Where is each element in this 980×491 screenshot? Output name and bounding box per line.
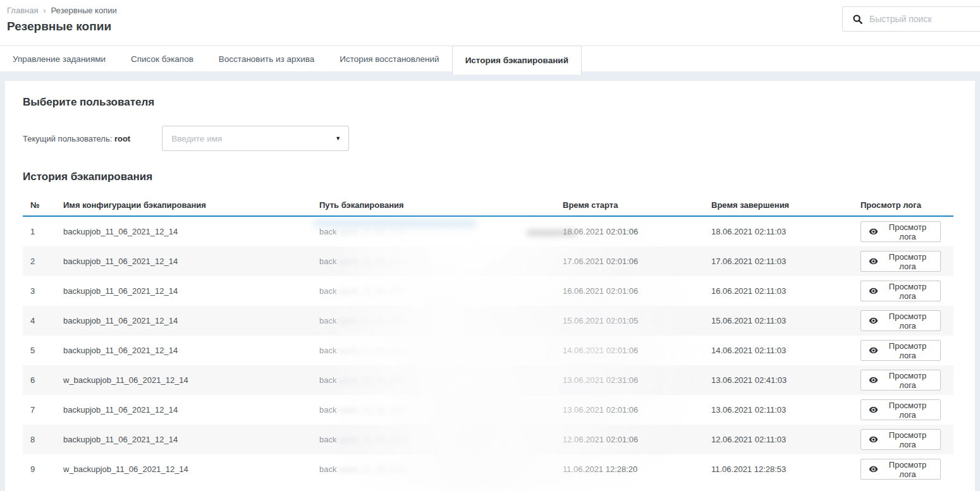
end-time: 14.06.2021 02:11:03: [704, 346, 852, 355]
start-time: 12.06.2021 02:01:06: [555, 435, 704, 444]
row-number: 1: [23, 227, 56, 236]
backup-config-name: backupjob_11_06_2021_12_14: [56, 435, 312, 444]
end-time: 13.06.2021 02:41:03: [704, 375, 852, 385]
start-time: 13.06.2021 02:31:06: [555, 375, 704, 385]
view-log-button[interactable]: Просмотр лога: [861, 310, 941, 331]
backup-history-table: № Имя конфигурации бэкапирования Путь бэ…: [23, 194, 953, 484]
quick-search-box[interactable]: Быстрый поиск: [842, 6, 980, 32]
log-cell: Просмотр лога: [852, 340, 953, 361]
start-time: 16.06.2021 02:01:06: [555, 286, 704, 296]
table-header-row: № Имя конфигурации бэкапирования Путь бэ…: [23, 194, 953, 217]
backup-config-name: backupjob_11_06_2021_12_14: [56, 257, 312, 266]
backup-path-redacted: backupjob_11_06_2021: [312, 227, 555, 236]
log-cell: Просмотр лога: [852, 281, 953, 301]
view-log-button[interactable]: Просмотр лога: [861, 251, 941, 272]
backup-path-redacted: backupjob_11_06_2021: [312, 464, 555, 474]
table-row: 6 w_backupjob_11_06_2021_12_14 backupjob…: [23, 365, 953, 395]
end-time: 16.06.2021 02:11:03: [704, 286, 852, 296]
view-log-button[interactable]: Просмотр лога: [861, 399, 941, 420]
end-time: 11.06.2021 12:28:53: [704, 464, 852, 474]
backup-path-redacted: backupjob_11_06_2021: [312, 286, 555, 296]
backup-path-redacted: backupjob_11_06_2021: [312, 257, 555, 266]
eye-icon: [869, 316, 878, 325]
view-log-button[interactable]: Просмотр лога: [861, 221, 941, 242]
col-header-end: Время завершения: [704, 200, 852, 210]
backup-config-name: w_backupjob_11_06_2021_12_14: [56, 375, 312, 385]
backup-config-name: backupjob_11_06_2021_12_14: [56, 405, 312, 415]
user-select-dropdown[interactable]: Введите имя ▼: [162, 126, 349, 151]
table-row: 1 backupjob_11_06_2021_12_14 backupjob_1…: [23, 217, 953, 246]
view-log-button[interactable]: Просмотр лога: [861, 459, 941, 480]
backup-path-redacted: backupjob_11_06_2021: [312, 316, 555, 325]
table-row: 9 w_backupjob_11_06_2021_12_14 backupjob…: [23, 454, 953, 484]
eye-icon: [869, 464, 878, 474]
backup-history-heading: История бэкапирования: [23, 171, 962, 183]
view-log-button[interactable]: Просмотр лога: [861, 340, 941, 361]
table-row: 4 backupjob_11_06_2021_12_14 backupjob_1…: [23, 306, 953, 336]
table-row: 8 backupjob_11_06_2021_12_14 backupjob_1…: [23, 425, 953, 454]
row-number: 5: [23, 346, 56, 355]
select-user-heading: Выберите пользователя: [23, 96, 962, 109]
breadcrumb-separator-icon: ›: [43, 6, 46, 15]
current-user-value: root: [114, 134, 130, 143]
end-time: 12.06.2021 02:11:03: [704, 435, 852, 444]
log-cell: Просмотр лога: [852, 370, 953, 391]
table-row: 5 backupjob_11_06_2021_12_14 backupjob_1…: [23, 336, 953, 365]
search-input[interactable]: Быстрый поиск: [869, 14, 932, 24]
tab-restore-history[interactable]: История восстановлений: [327, 46, 451, 71]
end-time: 18.06.2021 02:11:03: [704, 227, 852, 236]
backup-config-name: w_backupjob_11_06_2021_12_14: [56, 464, 312, 474]
row-number: 6: [23, 375, 56, 385]
breadcrumb: Главная › Резервные копии: [7, 6, 980, 15]
log-cell: Просмотр лога: [852, 459, 953, 480]
view-log-button[interactable]: Просмотр лога: [861, 370, 941, 391]
start-time: 13.06.2021 02:01:06: [555, 405, 704, 415]
breadcrumb-current: Резервные копии: [51, 6, 116, 15]
view-log-button[interactable]: Просмотр лога: [861, 429, 941, 450]
col-header-path: Путь бэкапирования: [312, 200, 555, 210]
row-number: 2: [23, 257, 56, 266]
table-row: 3 backupjob_11_06_2021_12_14 backupjob_1…: [23, 276, 953, 306]
view-log-button[interactable]: Просмотр лога: [861, 281, 941, 301]
col-header-log: Просмотр лога: [852, 200, 953, 210]
log-cell: Просмотр лога: [852, 310, 953, 331]
tab-backup-list[interactable]: Список бэкапов: [118, 46, 206, 71]
col-header-name: Имя конфигурации бэкапирования: [56, 200, 312, 210]
backup-path-redacted: backupjob_11_06_2021: [312, 375, 555, 385]
backup-config-name: backupjob_11_06_2021_12_14: [56, 227, 312, 236]
backup-path-redacted: backupjob_11_06_2021: [312, 405, 555, 415]
backup-path-redacted: backupjob_11_06_2021: [312, 346, 555, 355]
breadcrumb-home-link[interactable]: Главная: [7, 6, 38, 15]
start-time: 15.06.2021 02:01:05: [555, 316, 704, 325]
eye-icon: [869, 257, 878, 266]
eye-icon: [869, 346, 878, 355]
backup-config-name: backupjob_11_06_2021_12_14: [56, 316, 312, 325]
content-card: Выберите пользователя Текущий пользовате…: [5, 81, 975, 491]
tab-restore-from-archive[interactable]: Восстановить из архива: [206, 46, 327, 71]
tab-backup-history[interactable]: История бэкапирований: [452, 46, 582, 75]
table-body: 1 backupjob_11_06_2021_12_14 backupjob_1…: [23, 217, 953, 484]
end-time: 15.06.2021 02:11:03: [704, 316, 852, 325]
page-header: Главная › Резервные копии Резервные копи…: [0, 0, 980, 45]
start-time: 11.06.2021 12:28:20: [555, 464, 704, 474]
col-header-num: №: [23, 200, 56, 210]
start-time: 18.06.2021 02:01:06: [555, 227, 704, 236]
log-cell: Просмотр лога: [852, 251, 953, 272]
log-cell: Просмотр лога: [852, 429, 953, 450]
table-row: 7 backupjob_11_06_2021_12_14 backupjob_1…: [23, 395, 953, 425]
current-user-row: Текущий пользователь: root Введите имя ▼: [23, 126, 962, 151]
eye-icon: [869, 405, 878, 415]
current-user-label: Текущий пользователь: root: [23, 134, 130, 143]
eye-icon: [869, 286, 878, 296]
eye-icon: [869, 227, 878, 236]
row-number: 8: [23, 435, 56, 444]
tab-job-management[interactable]: Управление заданиями: [0, 46, 118, 71]
start-time: 17.06.2021 02:01:06: [555, 257, 704, 266]
start-time: 14.06.2021 02:01:06: [555, 346, 704, 355]
end-time: 13.06.2021 02:11:03: [704, 405, 852, 415]
log-cell: Просмотр лога: [852, 221, 953, 242]
content-area: Выберите пользователя Текущий пользовате…: [0, 71, 980, 491]
user-select-placeholder: Введите имя: [171, 134, 222, 143]
end-time: 17.06.2021 02:11:03: [704, 257, 852, 266]
backup-config-name: backupjob_11_06_2021_12_14: [56, 286, 312, 296]
